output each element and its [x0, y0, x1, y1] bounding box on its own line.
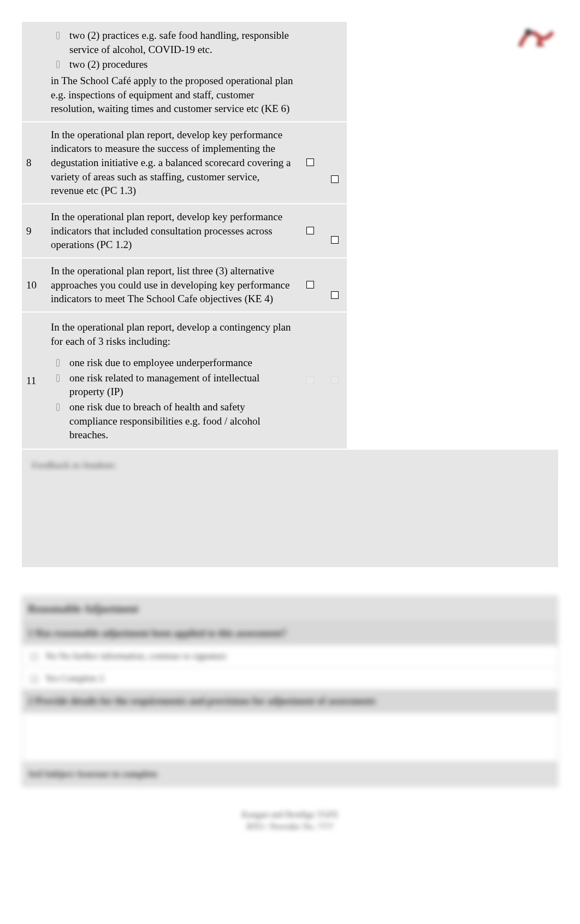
checkbox-icon[interactable] — [31, 676, 38, 682]
checkbox-no[interactable] — [331, 236, 339, 244]
ra-option-yes[interactable]: Yes Complete 2 — [22, 667, 558, 690]
checkbox-cell-1 — [298, 22, 322, 122]
row-description: In the operational plan report, develop … — [46, 204, 298, 258]
bullet-item: two (2) procedures — [56, 57, 293, 72]
page-footer: Kangan and Bendigo TAFE RTO / Provider N… — [22, 809, 558, 833]
table-row: 11 In the operational plan report, devel… — [22, 312, 558, 449]
svg-point-0 — [525, 29, 531, 36]
bullet-item: two (2) practices e.g. safe food handlin… — [56, 28, 293, 56]
row-number — [22, 22, 46, 122]
table-row: 9 In the operational plan report, develo… — [22, 204, 558, 258]
comment-cell[interactable] — [347, 122, 558, 204]
row-tail-text: in The School Café apply to the proposed… — [51, 74, 293, 116]
checkbox-yes[interactable] — [306, 158, 314, 166]
row-description: two (2) practices e.g. safe food handlin… — [46, 22, 298, 122]
comment-cell[interactable] — [347, 204, 558, 258]
footer-line-1: Kangan and Bendigo TAFE — [22, 809, 558, 821]
table-row: two (2) practices e.g. safe food handlin… — [22, 22, 558, 122]
table-row: 8 In the operational plan report, develo… — [22, 122, 558, 204]
ra-question-2: 2 Provide details for the requirements a… — [22, 690, 558, 713]
row-number: 8 — [22, 122, 46, 204]
feedback-textarea[interactable] — [26, 474, 554, 562]
row-number: 11 — [22, 312, 46, 449]
row-number: 10 — [22, 258, 46, 312]
checkbox-cell-2 — [322, 22, 347, 122]
reasonable-adjustment-section: Reasonable Adjustment 1 Has reasonable a… — [22, 596, 558, 787]
checkbox-no[interactable] — [331, 291, 339, 299]
table-row: 10 In the operational plan report, list … — [22, 258, 558, 312]
ra-option-no[interactable]: No No further information, continue to s… — [22, 645, 558, 667]
row-number: 9 — [22, 204, 46, 258]
ra-footer: 3rd Subject Assessor to complete — [22, 762, 558, 786]
checkbox-yes[interactable] — [306, 281, 314, 289]
ra-option-yes-label: Yes Complete 2 — [45, 673, 104, 684]
checkbox-icon[interactable] — [31, 654, 38, 660]
row-description: In the operational plan report, list thr… — [46, 258, 298, 312]
checkbox-no[interactable] — [331, 376, 339, 384]
feedback-label: Feedback to Student: — [26, 455, 554, 474]
checkbox-yes[interactable] — [306, 376, 314, 384]
feedback-row: Feedback to Student: — [22, 449, 558, 568]
footer-line-2: RTO / Provider No. ???? — [22, 821, 558, 833]
ra-question-1: 1 Has reasonable adjustment been applied… — [22, 622, 558, 645]
comment-cell[interactable] — [347, 312, 558, 449]
comment-cell[interactable] — [347, 258, 558, 312]
row-intro-text: In the operational plan report, develop … — [51, 320, 293, 348]
ra-title: Reasonable Adjustment — [22, 596, 558, 622]
bullet-item: one risk related to management of intell… — [56, 371, 293, 399]
checkbox-no[interactable] — [331, 175, 339, 183]
bullet-item: one risk due to breach of health and saf… — [56, 400, 293, 442]
criteria-table: two (2) practices e.g. safe food handlin… — [22, 22, 558, 568]
ra-option-no-label: No No further information, continue to s… — [45, 651, 227, 661]
checkbox-yes[interactable] — [306, 227, 314, 234]
row-description: In the operational plan report, develop … — [46, 122, 298, 204]
bullet-item: one risk due to employee underperformanc… — [56, 356, 293, 370]
row-description: In the operational plan report, develop … — [46, 312, 298, 449]
brand-logo — [514, 22, 558, 55]
ra-details-textarea[interactable] — [22, 713, 558, 762]
